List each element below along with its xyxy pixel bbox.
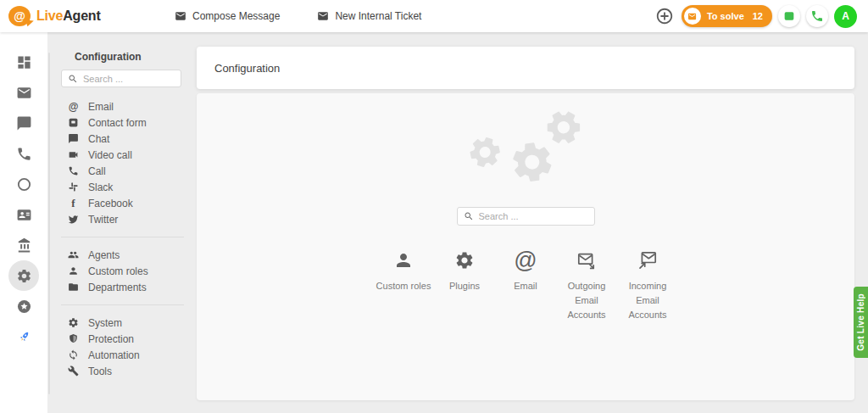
- to-solve-label: To solve: [707, 11, 744, 21]
- sidebar-item-label: Call: [88, 165, 106, 177]
- sidebar-item-email[interactable]: @ Email: [50, 98, 197, 114]
- sidebar-search-input[interactable]: [83, 74, 175, 84]
- avatar[interactable]: A: [834, 5, 857, 28]
- topbar-right: To solve 12 A: [654, 5, 857, 28]
- contact-card-icon: [16, 207, 32, 223]
- sidebar-item-automation[interactable]: Automation: [50, 347, 197, 363]
- chat-icon: [16, 115, 32, 131]
- tile-outgoing-email-accounts[interactable]: Outgoing Email Accounts: [556, 248, 617, 322]
- page-title: Configuration: [214, 62, 280, 75]
- sidebar-item-label: Facebook: [88, 198, 133, 209]
- avatar-letter: A: [842, 10, 849, 22]
- search-icon: [68, 74, 78, 84]
- sidebar-item-label: Chat: [88, 133, 109, 145]
- chat-icon: [68, 133, 79, 144]
- sidebar-item-protection[interactable]: Protection: [50, 331, 197, 347]
- rail-item-tickets[interactable]: [8, 77, 39, 108]
- configuration-sidebar: Configuration @ Email Contact form Chat …: [50, 32, 197, 413]
- sidebar-divider: [61, 304, 184, 305]
- rail-item-getting-started[interactable]: [8, 321, 39, 352]
- logo-at-glyph: @: [14, 9, 25, 23]
- at-icon: @: [68, 101, 79, 112]
- twitter-icon: [68, 214, 79, 225]
- rail-item-calls[interactable]: [8, 138, 39, 169]
- chat-square-icon: [782, 9, 796, 23]
- facebook-icon: f: [68, 198, 79, 209]
- folder-icon: [68, 282, 79, 293]
- video-call-icon: [68, 149, 79, 160]
- mail-icon: [175, 10, 186, 22]
- icon-rail: [0, 32, 47, 413]
- tile-plugins[interactable]: Plugins: [434, 248, 495, 322]
- get-live-help-label: Get Live Help: [856, 293, 865, 351]
- sync-icon: [68, 349, 79, 360]
- tile-label: Outgoing Email Accounts: [556, 279, 617, 322]
- tile-label: Custom roles: [376, 279, 431, 293]
- rail-item-star[interactable]: [8, 291, 39, 321]
- rocket-icon: [16, 329, 32, 345]
- sidebar-item-contact-form[interactable]: Contact form: [50, 114, 197, 131]
- star-circle-icon: [16, 299, 32, 315]
- main-header: Configuration: [197, 47, 854, 89]
- sidebar-item-system[interactable]: System: [50, 315, 197, 331]
- mail-icon: [16, 85, 32, 101]
- tile-label: Plugins: [449, 279, 480, 293]
- sidebar-item-tools[interactable]: Tools: [50, 363, 197, 379]
- compose-message-button[interactable]: Compose Message: [175, 10, 280, 22]
- tile-custom-roles[interactable]: Custom roles: [373, 248, 434, 322]
- tile-label: Incoming Email Accounts: [617, 279, 678, 322]
- get-live-help-button[interactable]: Get Live Help: [854, 287, 868, 358]
- add-circle-icon: [655, 7, 674, 25]
- liveagent-logo[interactable]: @ LiveAgent: [8, 6, 175, 26]
- sidebar-item-label: System: [88, 317, 122, 329]
- topbar: @ LiveAgent Compose Message New Internal…: [0, 0, 868, 32]
- sidebar-item-twitter[interactable]: Twitter: [50, 211, 197, 227]
- sidebar-item-label: Video call: [88, 149, 132, 161]
- sidebar-item-facebook[interactable]: f Facebook: [50, 195, 197, 211]
- sidebar-item-label: Departments: [88, 282, 147, 293]
- add-button[interactable]: [654, 5, 676, 27]
- sidebar-item-agents[interactable]: Agents: [50, 247, 197, 263]
- rail-item-company[interactable]: [8, 230, 39, 260]
- sidebar-search[interactable]: [61, 70, 181, 87]
- slack-icon: [68, 181, 79, 193]
- configuration-search[interactable]: [457, 207, 595, 226]
- sidebar-item-chat[interactable]: Chat: [50, 131, 197, 147]
- sidebar-menu: @ Email Contact form Chat Video call Cal…: [50, 98, 197, 379]
- sidebar-item-label: Agents: [88, 249, 120, 261]
- rail-item-configuration[interactable]: [8, 260, 39, 291]
- rail-item-dashboard[interactable]: [8, 47, 39, 77]
- phone-icon: [16, 146, 32, 162]
- sidebar-item-label: Automation: [88, 349, 140, 361]
- configuration-search-input[interactable]: [479, 211, 588, 221]
- tile-label: Email: [514, 279, 537, 293]
- tile-email[interactable]: @ Email: [495, 248, 556, 322]
- sidebar-item-label: Slack: [88, 181, 113, 193]
- sidebar-item-call[interactable]: Call: [50, 163, 197, 179]
- sidebar-item-label: Contact form: [88, 117, 147, 129]
- sidebar-item-custom-roles[interactable]: Custom roles: [50, 263, 197, 279]
- topbar-actions: Compose Message New Internal Ticket: [175, 10, 421, 22]
- sidebar-item-slack[interactable]: Slack: [50, 179, 197, 195]
- calls-button[interactable]: [806, 5, 828, 27]
- wrench-icon: [68, 366, 79, 377]
- bank-icon: [16, 237, 32, 254]
- sidebar-item-label: Custom roles: [88, 265, 148, 277]
- sidebar-item-video-call[interactable]: Video call: [50, 147, 197, 163]
- person-icon: [68, 265, 79, 276]
- search-icon: [464, 211, 474, 221]
- ring-icon: [16, 176, 32, 193]
- chats-button[interactable]: [778, 5, 800, 27]
- to-solve-button[interactable]: To solve 12: [682, 5, 772, 27]
- rail-item-history[interactable]: [8, 169, 39, 199]
- tile-incoming-email-accounts[interactable]: Incoming Email Accounts: [617, 248, 678, 322]
- sidebar-title: Configuration: [75, 51, 197, 63]
- logo-bubble-icon: @: [8, 6, 31, 26]
- rail-item-chats[interactable]: [8, 108, 39, 138]
- sidebar-item-departments[interactable]: Departments: [50, 279, 197, 295]
- rail-item-contacts[interactable]: [8, 199, 39, 230]
- gear-icon: [16, 268, 32, 284]
- new-internal-ticket-label: New Internal Ticket: [335, 10, 421, 22]
- new-internal-ticket-button[interactable]: New Internal Ticket: [317, 10, 421, 22]
- sidebar-item-label: Email: [88, 101, 114, 113]
